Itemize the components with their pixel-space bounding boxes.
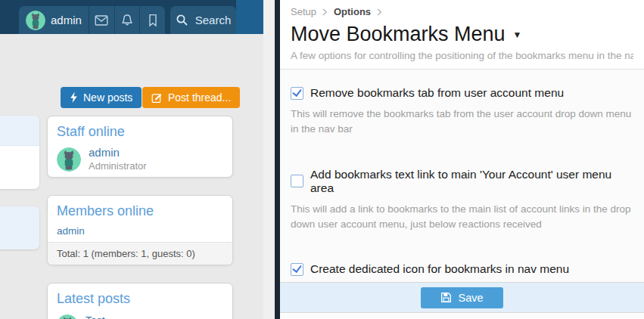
chevron-right-icon [377,8,382,16]
panel-splitter[interactable] [275,0,280,319]
checkbox-add-text-link[interactable] [291,175,303,187]
options-panel: Setup Options Move Bookmarks Menu ▼ A fe… [280,0,644,319]
search-icon [176,14,189,27]
option-create-dedicated-icon: Create dedicated icon for bookmarks in n… [291,262,633,282]
alerts-button[interactable] [115,6,141,34]
latest-post-avatar [57,314,78,319]
latest-post-row: Test [48,311,232,319]
save-button[interactable]: Save [421,287,502,308]
staff-online-row: admin Administrator [48,144,232,174]
forum-preview-pane: admin [0,0,263,319]
staff-online-title: Staff online [48,116,232,144]
account-menu-button[interactable]: admin [19,6,89,34]
forum-navbar-right-segment [236,0,263,34]
staff-username-link[interactable]: admin [89,146,147,160]
new-posts-button[interactable]: New posts [61,87,142,108]
clipped-forum-widget [0,116,39,189]
user-avatar [26,11,45,30]
option-description: This will remove the bookmarks tab from … [291,107,633,138]
post-thread-button[interactable]: Post thread... [142,87,240,108]
staff-avatar [57,147,81,172]
bottom-strip [280,313,644,319]
page-description: A few options for controlling the positi… [291,50,633,69]
latest-post-link[interactable]: Test [86,314,105,319]
checkbox-create-dedicated-icon[interactable] [291,263,303,276]
bookmark-icon [146,14,160,27]
nav-username: admin [51,14,82,26]
breadcrumb: Setup Options [291,6,633,17]
option-label[interactable]: Remove bookmarks tab from user account m… [310,86,564,100]
envelope-icon [95,14,108,27]
option-add-text-link: Add bookmarks text link to main 'Your Ac… [291,168,633,233]
staff-online-widget: Staff online admin Administrator [47,116,233,178]
edit-icon [151,92,163,104]
options-list: Remove bookmarks tab from user account m… [280,69,644,282]
messages-button[interactable] [89,6,115,34]
save-bar: Save [280,282,644,313]
staff-role-label: Administrator [89,160,147,172]
members-total-label: Total: 1 (members: 1, guests: 0) [48,242,232,265]
gutter [263,0,275,319]
user-nav-group: admin [19,6,165,34]
breadcrumb-options[interactable]: Options [334,6,371,17]
option-description: This will add a link to bookmarks to the… [291,202,633,233]
chevron-right-icon [322,8,328,16]
bell-icon [120,14,134,27]
search-button[interactable]: Search [170,6,236,34]
option-remove-bookmarks-tab: Remove bookmarks tab from user account m… [291,86,633,138]
save-icon [440,292,452,303]
caret-down-icon[interactable]: ▼ [513,29,522,40]
latest-posts-title: Latest posts [48,283,232,311]
members-online-title: Members online [48,196,232,224]
latest-posts-widget: Latest posts Test [47,283,233,319]
lightning-icon [70,91,78,104]
page-title: Move Bookmarks Menu [291,23,506,46]
search-label: Search [195,14,232,26]
bookmarks-button[interactable] [140,6,165,34]
screenshot-root: admin [0,0,644,319]
option-label[interactable]: Add bookmarks text link to main 'Your Ac… [310,168,633,195]
clipped-forum-widget-2 [0,206,39,249]
breadcrumb-setup[interactable]: Setup [291,6,316,17]
checkbox-remove-bookmarks-tab[interactable] [291,87,303,100]
members-online-widget: Members online admin Total: 1 (members: … [47,195,233,265]
options-header: Setup Options Move Bookmarks Menu ▼ A fe… [280,0,644,69]
option-label[interactable]: Create dedicated icon for bookmarks in n… [310,262,569,276]
member-username-link[interactable]: admin [48,224,232,238]
